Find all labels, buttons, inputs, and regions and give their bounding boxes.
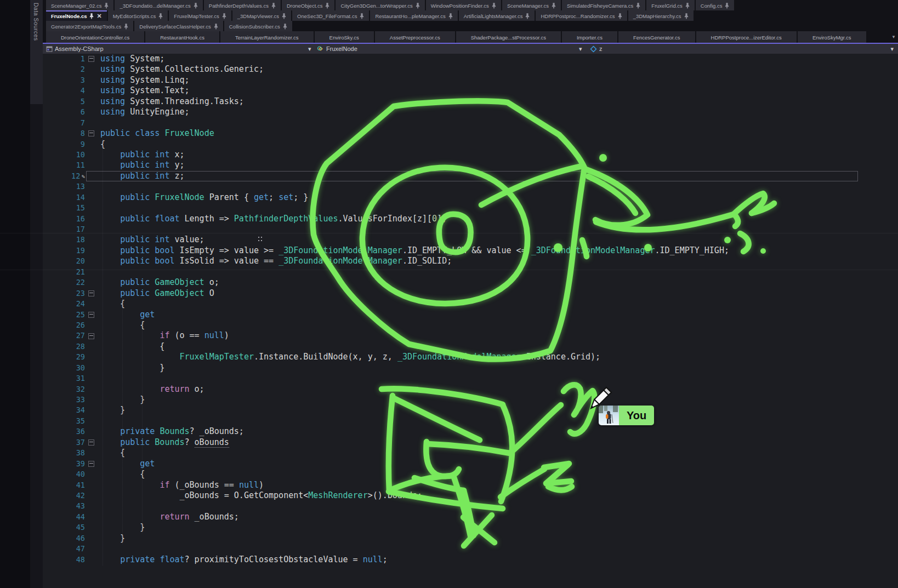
tab-collisionsubscriber-cs[interactable]: CollisionSubscriber.cs xyxy=(224,21,292,31)
tab-list-overflow-button[interactable]: ▼ xyxy=(891,35,896,39)
fold-collapse-icon[interactable] xyxy=(88,290,94,296)
code-text: { xyxy=(97,448,125,458)
fold-column[interactable] xyxy=(85,128,97,139)
pin-icon[interactable] xyxy=(104,3,109,9)
tab-shaderpackage-stprocessor-cs[interactable]: ShaderPackage...stProcessor.cs xyxy=(456,31,561,43)
fold-collapse-icon[interactable] xyxy=(88,461,94,467)
breadcrumb-type-dropdown[interactable]: ▾ xyxy=(579,44,582,54)
line-number: 15 xyxy=(43,203,85,213)
pin-icon[interactable] xyxy=(685,3,690,9)
fold-collapse-icon[interactable] xyxy=(88,130,94,136)
pin-icon[interactable] xyxy=(636,3,640,9)
tab-fencesgenerator-cs[interactable]: FencesGenerator.cs xyxy=(618,31,695,43)
pin-icon[interactable] xyxy=(325,3,329,9)
tab-label: FruxelGrid.cs xyxy=(651,3,682,9)
code-line-38: 38 { xyxy=(43,448,898,458)
pin-icon[interactable] xyxy=(222,13,226,19)
line-number: 41 xyxy=(43,480,85,490)
tab-restaurantho-plemanager-cs[interactable]: RestaurantHo...pleManager.cs xyxy=(370,10,457,21)
tab-fruxelnode-cs[interactable]: FruxelNode.cs✕ xyxy=(46,10,107,21)
tab-_3dmaphierarchy-cs[interactable]: _3DMapHierarchy.cs xyxy=(628,10,694,21)
tab-assetpreprocessor-cs[interactable]: AssetPreprocessor.cs xyxy=(375,31,455,43)
tab-label: AssetPreprocessor.cs xyxy=(390,35,440,41)
tab-envirosky-cs[interactable]: EnviroSky.cs xyxy=(315,31,374,43)
fold-collapse-icon[interactable] xyxy=(88,312,94,318)
pin-icon[interactable] xyxy=(684,13,689,19)
tab-pathfinderdepthvalues-cs[interactable]: PathfinderDepthValues.cs xyxy=(204,0,281,10)
fold-column[interactable] xyxy=(85,310,97,320)
code-line-10: 10 public int x; xyxy=(43,150,898,160)
tab-enviroskymgr-cs[interactable]: EnviroSkyMgr.cs xyxy=(798,31,866,43)
fold-column xyxy=(85,490,97,501)
code-line-40: 40 { xyxy=(43,469,898,479)
tab-deliverysurfaceclasshelper-cs[interactable]: DeliverySurfaceClassHelper.cs xyxy=(134,21,223,31)
close-icon[interactable]: ✕ xyxy=(96,13,101,19)
tab-myeditorscripts-cs[interactable]: MyEditorScripts.cs xyxy=(108,10,168,21)
fold-collapse-icon[interactable] xyxy=(88,333,94,339)
code-line-27: 27 if (o == null) xyxy=(43,330,898,341)
tab-_3dmapviewer-cs[interactable]: _3DMapViewer.cs xyxy=(232,10,291,21)
pin-icon[interactable] xyxy=(525,13,530,19)
pin-icon[interactable] xyxy=(360,13,364,19)
tab-restauranthook-cs[interactable]: RestaurantHook.cs xyxy=(145,31,219,43)
tab-fruxelgrid-cs[interactable]: FruxelGrid.cs xyxy=(646,0,694,10)
tab-fruxelmaptester-cs[interactable]: FruxelMapTester.cs xyxy=(169,10,231,21)
fold-column[interactable] xyxy=(85,459,97,469)
breadcrumb-project-dropdown[interactable]: ▾ xyxy=(308,44,311,54)
fold-column[interactable] xyxy=(85,437,97,448)
fold-column[interactable] xyxy=(85,54,97,64)
pin-icon[interactable] xyxy=(552,3,556,9)
pin-icon[interactable] xyxy=(214,24,218,30)
navigation-bar-options-icon[interactable]: ▾ xyxy=(890,44,894,54)
tab-droneobject-cs[interactable]: DroneObject.cs xyxy=(282,0,334,10)
tab-simulatedfisheyecamera-cs[interactable]: SimulatedFisheyeCamera.cs xyxy=(562,0,645,10)
tab-artificiallightsmanager-cs[interactable]: ArtificialLightsManager.cs xyxy=(459,10,535,21)
breadcrumb-type[interactable]: FruxelNode xyxy=(317,44,357,54)
breadcrumb-member[interactable]: z xyxy=(590,44,603,54)
pin-icon[interactable] xyxy=(416,3,420,9)
pin-icon[interactable] xyxy=(725,3,729,9)
pin-icon[interactable] xyxy=(89,13,94,19)
code-text xyxy=(97,544,100,554)
tab-label: OneSec3D_FileFormat.cs xyxy=(297,13,357,19)
tab-label: DroneObject.cs xyxy=(287,3,322,9)
fold-column[interactable] xyxy=(85,330,97,341)
code-text xyxy=(97,501,100,511)
pin-icon[interactable] xyxy=(618,13,622,19)
tab-hdrppostproc-randomizer-cs[interactable]: HDRPPostproc...Randomizer.cs xyxy=(536,10,627,21)
pin-icon[interactable] xyxy=(492,3,496,9)
fold-collapse-icon[interactable] xyxy=(88,56,94,62)
tab-scenemanager_02-cs[interactable]: SceneManager_02.cs xyxy=(46,0,113,10)
code-line-3: 3using System.Linq; xyxy=(43,75,898,85)
fold-column[interactable] xyxy=(85,288,97,299)
fold-column xyxy=(85,267,97,277)
pin-icon[interactable] xyxy=(448,13,453,19)
tab-windowpositionfinder-cs[interactable]: WindowPositionFinder.cs xyxy=(426,0,501,10)
line-number: 13 xyxy=(43,181,85,192)
fold-column xyxy=(85,85,97,96)
tab-citygen3dgen-torwrapper-cs[interactable]: CityGen3DGen...torWrapper.cs xyxy=(336,0,424,10)
pin-icon[interactable] xyxy=(283,24,287,30)
breadcrumb-project[interactable]: Assembly-CSharp xyxy=(46,44,104,54)
tab-config-cs[interactable]: Config.cs xyxy=(696,0,735,10)
code-line-13: 13 xyxy=(43,181,898,192)
code-editor[interactable]: 1using System;2using System.Collections.… xyxy=(43,54,898,588)
tab-hdrppostproce-izereditor-cs[interactable]: HDRPPostproce...izerEditor.cs xyxy=(696,31,797,43)
fold-collapse-icon[interactable] xyxy=(88,439,94,446)
line-number: 34 xyxy=(43,405,85,415)
data-sources-vertical-tab[interactable]: Data Sources xyxy=(30,0,43,104)
tab-scenemanager-cs[interactable]: SceneManager.cs xyxy=(502,0,561,10)
tab-terrainlayerrandomizer-cs[interactable]: TerrainLayerRandomizer.cs xyxy=(220,31,314,43)
pin-icon[interactable] xyxy=(282,13,286,19)
tab-_3dfoundatio-delmanager-cs[interactable]: _3DFoundatio...delManager.cs xyxy=(115,0,202,10)
pin-icon[interactable] xyxy=(158,13,163,19)
tab-generator2exportmaptools-cs[interactable]: Generator2ExportMapTools.cs xyxy=(46,21,133,31)
pin-icon[interactable] xyxy=(271,3,276,9)
pin-icon[interactable] xyxy=(124,24,128,30)
pin-icon[interactable] xyxy=(194,3,198,9)
tab-importer-cs[interactable]: Importer.cs xyxy=(562,31,617,43)
line-number: 24 xyxy=(43,299,85,309)
code-text: using System.Collections.Generic; xyxy=(97,64,264,75)
tab-onesec3d_fileformat-cs[interactable]: OneSec3D_FileFormat.cs xyxy=(292,10,369,21)
tab-droneorientationcontroller-cs[interactable]: DroneOrientationController.cs xyxy=(46,31,144,43)
